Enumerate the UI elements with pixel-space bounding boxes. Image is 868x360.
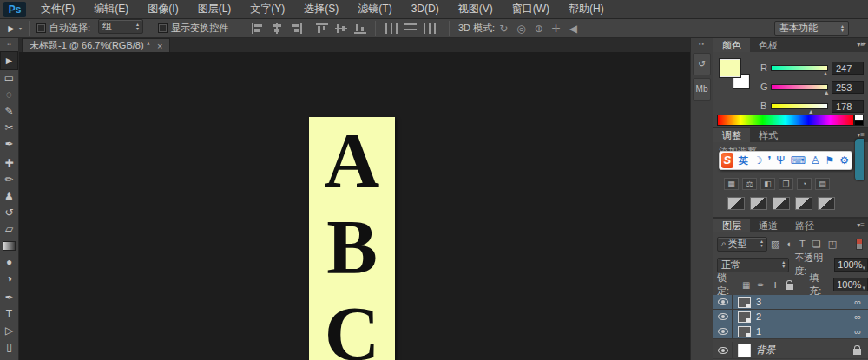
black-swatch[interactable] [854,120,864,126]
tab-paths[interactable]: 路径 [786,219,823,232]
filter-smart-objects-icon[interactable]: ◳ [828,239,837,250]
color-balance-adjustment-icon[interactable]: ◧ [760,178,775,190]
sogou-side-tab[interactable] [855,139,864,180]
layer-thumbnail[interactable] [738,344,751,357]
rectangle-tool[interactable]: ▯ [0,339,18,356]
tool-preset-caret-icon[interactable]: ▾ [19,25,22,31]
channel-mixer-adjustment-icon[interactable]: ▤ [815,178,830,190]
filter-type-layers-icon[interactable]: T [799,239,806,249]
menu-help[interactable]: 帮助(H) [559,0,614,18]
fill-field[interactable]: 100% ▾ [833,278,868,291]
lock-paint-icon[interactable]: ✏ [757,280,764,290]
type-tool[interactable]: T [0,306,18,323]
menu-select[interactable]: 选择(S) [294,0,348,18]
menu-view[interactable]: 视图(V) [449,0,503,18]
green-slider[interactable]: ▲ [771,84,828,90]
visibility-cell[interactable] [713,295,733,310]
blur-tool[interactable]: ● [0,254,18,271]
ime-skin-icon[interactable]: ⚑ [825,152,834,169]
align-vertical-centers-icon[interactable] [335,23,347,34]
hue-saturation-adjustment-icon[interactable]: ⚖ [742,178,757,190]
ime-person-icon[interactable]: ♙ [811,152,820,169]
toolbar-grip[interactable]: ▪▪ [0,38,18,51]
filter-pixel-layers-icon[interactable]: ▨ [771,239,779,250]
red-value-field[interactable]: 247 [832,62,864,75]
eye-icon[interactable] [718,298,728,305]
sogou-logo-icon[interactable]: S [721,153,733,168]
blue-slider[interactable]: ▲ [771,103,828,109]
auto-select-dropdown[interactable]: 组 ▴▾ [98,19,143,34]
tab-color[interactable]: 颜色 [713,38,750,52]
show-transform-checkbox[interactable] [158,23,168,33]
marquee-tool[interactable]: ▭ [0,70,18,87]
ime-fullwidth-icon[interactable]: ☽ [753,152,763,169]
ime-language-toggle[interactable]: 英 [739,152,748,169]
3d-roll-icon[interactable]: ◎ [516,23,525,35]
visibility-cell[interactable] [713,324,733,339]
canvas-area[interactable]: A B C [19,52,690,360]
eye-icon[interactable] [718,328,728,335]
layer-row-2[interactable]: 2 ∞ [713,310,868,324]
dock-grip[interactable]: ▪▪ [691,38,713,50]
blend-mode-dropdown[interactable]: 正常 ▴▾ [717,258,789,272]
menu-window[interactable]: 窗口(W) [503,0,559,18]
ime-keyboard-icon[interactable]: ⌨ [790,152,805,169]
menu-image[interactable]: 图像(I) [138,0,187,18]
mini-bridge-panel-icon[interactable]: Mb [693,78,711,101]
dodge-tool[interactable]: ◑ [0,271,18,287]
3d-slide-icon[interactable]: ✛ [552,23,561,35]
opacity-field[interactable]: 100% ▾ [834,258,868,272]
brush-tool[interactable]: ✏ [0,172,18,188]
lock-all-icon[interactable] [786,284,793,290]
menu-layer[interactable]: 图层(L) [188,0,241,18]
lasso-tool[interactable]: ◌ [0,87,18,103]
visibility-cell[interactable] [713,342,733,359]
panel-menu-icon[interactable]: ▾≡ [853,219,868,232]
foreground-color-swatch[interactable] [720,59,740,77]
ime-settings-icon[interactable]: ⚙ [839,152,849,169]
distribute-horizontal-icon[interactable] [385,23,398,34]
slider-thumb-icon[interactable]: ▲ [824,89,830,95]
lock-transparency-icon[interactable]: ▦ [742,280,750,290]
slider-thumb-icon[interactable]: ▲ [808,108,814,115]
align-top-edges-icon[interactable] [316,23,328,34]
auto-select-checkbox[interactable] [36,23,46,33]
distribute-vertical-icon[interactable] [404,23,417,34]
artboard[interactable]: A B C [309,117,395,360]
align-right-edges-icon[interactable] [290,23,302,34]
tab-adjustments[interactable]: 调整 [713,128,750,142]
menu-3d[interactable]: 3D(D) [402,0,449,18]
photo-filter-adjustment-icon[interactable]: ◔ [797,178,812,190]
filter-type-dropdown[interactable]: ⌕ 类型 ▴▾ [717,237,767,252]
threshold-adjustment-icon[interactable] [773,197,790,210]
quick-selection-tool[interactable]: ✎ [0,103,18,120]
layer-name[interactable]: 2 [756,311,761,322]
vibrance-adjustment-icon[interactable]: ▦ [724,178,739,190]
history-panel-icon[interactable]: ↺ [693,53,711,75]
3d-scale-icon[interactable]: ◀ [569,23,577,35]
color-spectrum-ramp[interactable] [717,115,854,126]
lock-position-icon[interactable]: ✛ [772,280,779,290]
pen-tool[interactable]: ✒ [0,290,18,306]
eye-icon[interactable] [718,313,728,320]
tab-channels[interactable]: 通道 [750,219,786,232]
visibility-cell[interactable] [713,310,733,324]
crop-tool[interactable]: ✂ [0,120,18,136]
sogou-ime-toolbar[interactable]: S 英 ☽ ❜ Ψ ⌨ ♙ ⚑ ⚙ [719,151,852,170]
layer-thumbnail[interactable] [738,311,751,323]
blue-value-field[interactable]: 178 [832,100,864,113]
menu-type[interactable]: 文字(Y) [240,0,294,18]
selective-color-adjustment-icon[interactable] [818,197,835,210]
filter-adjustment-layers-icon[interactable]: ◐ [786,239,792,249]
background-layer-row[interactable]: 背景 [713,342,868,359]
layer-row-3[interactable]: 3 ∞ [713,295,868,310]
eye-icon[interactable] [718,347,728,354]
move-tool[interactable]: ► [0,51,18,70]
healing-brush-tool[interactable]: ✚ [0,155,18,172]
layer-name[interactable]: 1 [756,326,761,337]
workspace-switcher[interactable]: 基本功能 ▴▾ [774,21,849,36]
invert-adjustment-icon[interactable] [727,197,745,210]
close-tab-icon[interactable]: × [157,41,162,51]
tab-layers[interactable]: 图层 [713,219,750,232]
3d-drag-icon[interactable]: ⊕ [535,23,543,35]
